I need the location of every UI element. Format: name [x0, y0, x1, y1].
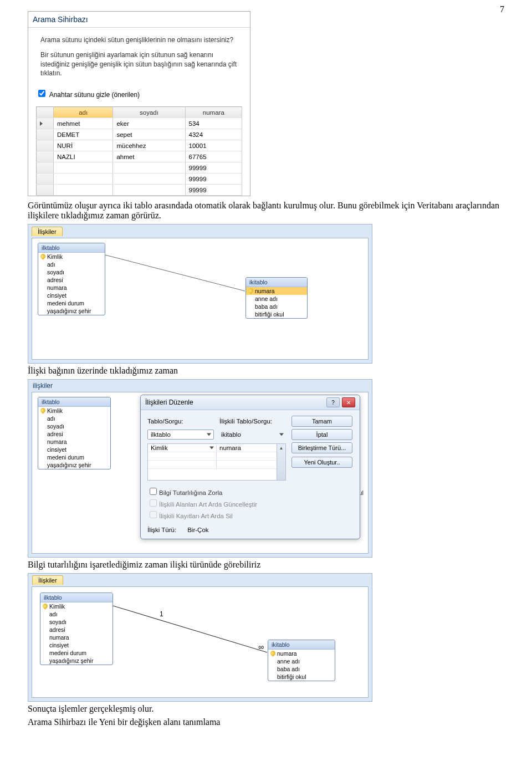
scroll-up-icon[interactable]: ▲ — [277, 444, 285, 452]
table-field[interactable]: adı — [38, 261, 105, 268]
table-cell[interactable]: 67765 — [185, 151, 242, 162]
table-cell[interactable]: sepet — [113, 129, 185, 140]
row-header[interactable] — [37, 140, 54, 151]
table-cell[interactable] — [113, 185, 185, 196]
table-cell[interactable]: eker — [113, 118, 185, 129]
table-box-ikitablo-final[interactable]: ikitablo numaraanne adıbaba adıbitirfiği… — [268, 640, 335, 681]
table-row[interactable]: 99999 — [37, 185, 242, 196]
table-cell[interactable]: 99999 — [185, 185, 242, 196]
join-type-button[interactable]: Birleştirme Türü... — [291, 442, 352, 453]
table-field[interactable]: yaşadığınız şehir — [38, 307, 105, 315]
relationship-link-final[interactable] — [113, 606, 267, 652]
table-cell[interactable]: 99999 — [185, 173, 242, 185]
create-new-button[interactable]: Yeni Oluştur.. — [291, 457, 352, 468]
table-cell[interactable] — [113, 173, 185, 185]
row-header[interactable] — [37, 185, 54, 196]
table-cell[interactable]: 10001 — [185, 140, 242, 151]
table-field[interactable]: medeni durum — [38, 299, 105, 307]
table-corner[interactable] — [37, 107, 54, 118]
map-left-field[interactable]: Kimlik — [148, 444, 217, 452]
table-field[interactable]: numara — [38, 284, 105, 292]
row-header[interactable] — [37, 173, 54, 185]
dialog-help-icon[interactable]: ? — [326, 397, 340, 407]
field-mapping-list[interactable]: Kimlik numara ▲ — [147, 443, 286, 481]
table-field[interactable]: Kimlik — [38, 407, 110, 415]
table-box-ilktablo-3[interactable]: ilktablo Kimlikadısoyadıadresinumaracins… — [38, 397, 111, 469]
table-field[interactable]: adresi — [40, 626, 112, 634]
table-box-ilktablo-final[interactable]: ilktablo Kimlikadısoyadıadresinumaracins… — [40, 593, 113, 665]
table-field[interactable]: cinsiyet — [40, 641, 112, 649]
table-cell[interactable]: 534 — [185, 118, 242, 129]
table-field[interactable]: baba adı — [268, 665, 335, 673]
column-header-adi[interactable]: adı — [54, 107, 113, 118]
table-row[interactable]: 99999 — [37, 173, 242, 185]
table-cell[interactable]: ahmet — [113, 151, 185, 162]
table-field[interactable]: numara — [40, 634, 112, 641]
dialog-close-icon[interactable]: ✕ — [342, 397, 355, 407]
table-cell[interactable]: mehmet — [54, 118, 113, 129]
table-field[interactable]: medeni durum — [40, 649, 112, 657]
table-row[interactable]: NURİmücehhez10001 — [37, 140, 242, 151]
relationships-tab-3[interactable]: ilişkiler — [29, 381, 56, 391]
table-field[interactable]: numara — [246, 287, 307, 295]
table-cell[interactable] — [54, 173, 113, 185]
table-title-ikitablo: ikitablo — [246, 278, 307, 287]
row-header[interactable] — [37, 151, 54, 162]
cancel-button[interactable]: İptal — [291, 429, 352, 440]
table-field[interactable]: cinsiyet — [38, 446, 110, 453]
table-row[interactable]: NAZLIahmet67765 — [37, 151, 242, 162]
list-scrollbar[interactable]: ▲ — [277, 444, 285, 480]
row-header[interactable] — [37, 118, 54, 129]
table-field[interactable]: numara — [268, 650, 335, 657]
table-row[interactable]: 99999 — [37, 162, 242, 173]
table-field[interactable]: bitirfiği okul — [268, 673, 335, 681]
relationships-tab-4[interactable]: İlişkiler — [32, 575, 63, 585]
table-cell[interactable]: DEMET — [54, 129, 113, 140]
table-field[interactable]: soyadı — [38, 422, 110, 430]
table-field[interactable]: baba adı — [246, 303, 307, 310]
cardinality-one: 1 — [160, 610, 163, 618]
table-cell[interactable]: 4324 — [185, 129, 242, 140]
relationships-tab[interactable]: İlişkiler — [32, 227, 63, 236]
table-combo-right[interactable]: ikitablo — [219, 430, 286, 439]
table-field[interactable]: adresi — [38, 276, 105, 284]
paragraph-4: Sonuçta işlemler gerçekleşmiş olur. — [28, 704, 504, 714]
map-right-field[interactable]: numara — [217, 444, 285, 452]
table-field[interactable]: cinsiyet — [38, 292, 105, 299]
table-field[interactable]: adı — [40, 610, 112, 618]
row-header[interactable] — [37, 162, 54, 173]
table-field[interactable]: numara — [38, 438, 110, 446]
table-field[interactable]: soyadı — [40, 618, 112, 626]
hide-key-checkbox[interactable]: Anahtar sütunu gizle (önerilen) — [36, 91, 140, 99]
table-field[interactable]: Kimlik — [38, 253, 105, 261]
ok-button[interactable]: Tamam — [291, 416, 352, 427]
table-cell[interactable] — [54, 162, 113, 173]
table-combo-left[interactable]: ilktablo — [147, 430, 214, 440]
table-cell[interactable]: NAZLI — [54, 151, 113, 162]
table-cell[interactable]: NURİ — [54, 140, 113, 151]
table-field[interactable]: yaşadığınız şehir — [38, 461, 110, 469]
table-row[interactable]: DEMETsepet4324 — [37, 129, 242, 140]
table-row[interactable]: mehmeteker534 — [37, 118, 242, 129]
table-box-ilktablo[interactable]: ilktablo Kimlikadısoyadıadresinumaracins… — [38, 243, 105, 315]
table-field[interactable]: soyadı — [38, 268, 105, 276]
relationship-link[interactable] — [105, 255, 245, 291]
table-field[interactable]: anne adı — [246, 295, 307, 303]
table-cell[interactable]: mücehhez — [113, 140, 185, 151]
table-cell[interactable] — [54, 185, 113, 196]
table-field[interactable]: Kimlik — [40, 602, 112, 610]
enforce-integrity-checkbox[interactable]: Bilgi Tutarlılığına Zorla — [147, 486, 353, 497]
table-field[interactable]: medeni durum — [38, 453, 110, 461]
column-header-numara[interactable]: numara — [185, 107, 242, 118]
column-header-soyadi[interactable]: soyadı — [113, 107, 185, 118]
table-field[interactable]: bitirfiği okul — [246, 310, 307, 318]
row-header[interactable] — [37, 129, 54, 140]
table-field[interactable]: anne adı — [268, 657, 335, 665]
table-field[interactable]: adı — [38, 415, 110, 422]
hide-key-checkbox-input[interactable] — [38, 90, 45, 97]
table-cell[interactable] — [113, 162, 185, 173]
table-box-ikitablo[interactable]: ikitablo numaraanne adıbaba adıbitirfiği… — [245, 277, 308, 319]
table-field[interactable]: adresi — [38, 430, 110, 438]
table-field[interactable]: yaşadığınız şehir — [40, 657, 112, 665]
table-cell[interactable]: 99999 — [185, 162, 242, 173]
